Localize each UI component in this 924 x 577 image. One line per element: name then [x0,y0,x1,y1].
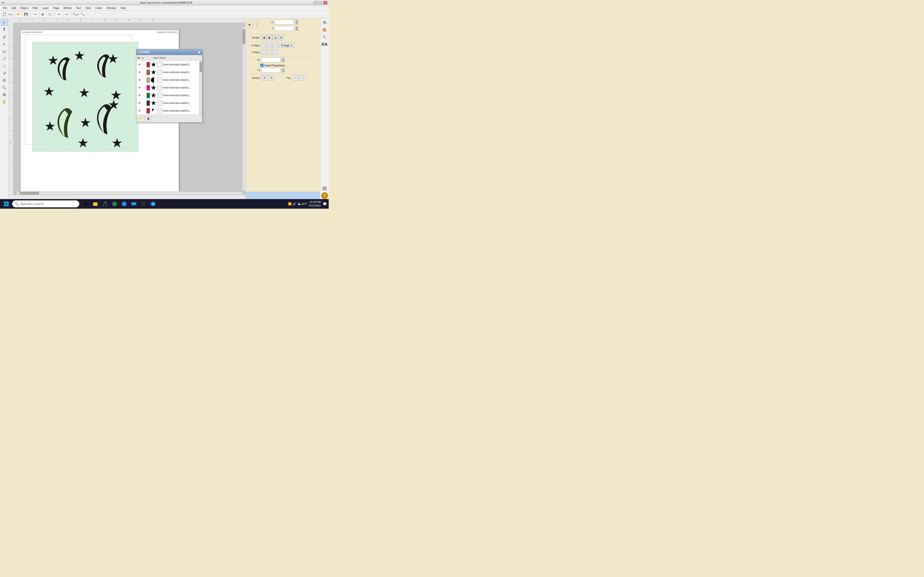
menu-file[interactable]: File [1,6,9,10]
layer-eye-6[interactable]: 👁 [137,109,142,113]
layer-row-5[interactable]: 👁 · 📄 moon-and-stars-clipart1.j [136,99,202,107]
flip-h-button[interactable]: ↔ [292,75,299,81]
canvas-hscroll-thumb[interactable] [20,192,39,195]
y-input[interactable] [275,26,294,31]
maximize-button[interactable]: □ [318,1,322,4]
knife-tool-button[interactable] [1,70,8,76]
menu-view[interactable]: View [83,6,93,10]
layers-add-button[interactable]: 📁 [138,116,144,121]
nudge-right-button[interactable]: ▶ [267,35,272,40]
settings-icon-button[interactable]: 🔧 [321,34,328,40]
layer-lock-6[interactable]: · [142,109,146,113]
layers-panel-scroll-thumb[interactable] [200,62,202,72]
layers-view-button[interactable] [1,91,8,98]
layer-row-6[interactable]: 👁 · 📄 moon-and-stars-clipart1.j [136,107,202,115]
weld-tool-button[interactable] [1,77,8,84]
width-input[interactable] [261,58,281,62]
nudge-down-button[interactable]: ▼ [279,35,284,40]
layer-color-3[interactable] [147,85,150,90]
layer-eye-1[interactable]: 👁 [137,70,142,74]
line-tool-button[interactable] [1,55,8,62]
layers-panel-icon-button[interactable] [321,185,328,192]
notification-icon[interactable]: 💬 [323,202,327,206]
menu-cutter[interactable]: Cutter [94,6,105,10]
mail-button[interactable] [130,200,137,208]
select-tool-button[interactable]: ↖ [1,19,8,26]
width-spin-down[interactable]: ▼ [281,60,285,62]
y-spin-down[interactable]: ▼ [295,28,298,31]
canvas-vertical-scrollbar[interactable] [242,27,246,190]
pen-tool-button[interactable] [1,34,8,40]
layer-lock-1[interactable]: · [142,70,146,74]
layer-eye-5[interactable]: 👁 [137,101,142,105]
x-spin-down[interactable]: ▼ [295,22,298,24]
layer-lock-0[interactable]: · [142,63,146,67]
x-spin-up[interactable]: ▲ [295,20,298,22]
nudge-up-button[interactable]: ▲ [273,35,278,40]
layers-panel-scrollbar[interactable] [199,61,202,115]
keep-proportions-checkbox[interactable] [260,64,263,67]
layer-row-2[interactable]: 👁 · 📄 moon-and-stars-clipart1.j [136,76,202,84]
layers-lock-header[interactable]: 🔒 [141,56,144,59]
font-icon-button[interactable]: AA [321,41,328,48]
start-button[interactable] [2,200,11,208]
canvas-horizontal-scrollbar[interactable] [17,191,242,195]
layer-eye-2[interactable]: 👁 [137,78,142,82]
task-view-button[interactable]: ⧉ [82,200,89,208]
minimize-button[interactable]: — [314,1,318,4]
security-button[interactable]: 🛡 [140,200,147,208]
layer-lock-5[interactable]: · [142,101,146,105]
layer-eye-3[interactable]: 👁 [137,85,142,90]
v-align-middle-button[interactable]: ⬜ [267,50,272,55]
undo-button[interactable]: ↩ [56,11,62,18]
h-align-center-button[interactable]: ⬜ [267,43,272,48]
color-icon-button[interactable]: 🎨 [321,26,328,33]
nudge-left-button[interactable]: ◀ [261,35,267,40]
layer-row-4[interactable]: 👁 · 📄 moon-and-stars-clipart1.j [136,92,202,99]
layers-eye-header[interactable]: 👁 [137,56,140,60]
h-align-right-button[interactable]: ⬜ [273,43,278,48]
layer-color-5[interactable] [147,100,150,106]
zoom-tool-button[interactable]: 🔍 [1,84,8,91]
apps-grid-button[interactable] [111,200,118,208]
layer-lock-4[interactable]: · [142,93,146,98]
shape-tool-button[interactable]: □ [1,63,8,69]
layer-lock-3[interactable]: · [142,85,146,90]
menu-object[interactable]: Object [19,6,30,10]
layer-color-2[interactable] [147,77,150,83]
cut-button[interactable]: ✂ [32,11,39,18]
menu-effects[interactable]: Effects [61,6,73,10]
design-canvas[interactable] [32,42,138,152]
workspace[interactable]: Graphtec/CraftROBO Graphtec/CraftROBO Gr… [13,23,246,195]
edge-browser-button[interactable] [149,200,157,208]
layer-row-3[interactable]: 👁 · 📄 moon-and-stars-clipart1.j [136,84,202,92]
layers-scroll-area[interactable]: 👁 · 📄 moon-and-stars-clipart1.j 👁 · [136,61,202,115]
spotify-button[interactable]: 🎵 [101,200,109,208]
height-input[interactable] [261,68,281,73]
zoom-in-button[interactable]: 🔍+ [73,11,79,18]
x-input[interactable] [275,20,294,24]
canvas-vscroll-thumb[interactable] [242,29,245,44]
layer-color-0[interactable] [147,62,150,67]
height-spin-up[interactable]: ▲ [281,68,285,70]
layer-row-1[interactable]: 👁 · 📄 moon-and-stars-clipart1.j [136,69,202,76]
h-align-left-button[interactable]: ⬜ [261,43,267,48]
pan-tool-button[interactable]: ✋ [1,98,8,105]
open-button[interactable]: 📂 [16,11,22,18]
pencil-tool-button[interactable]: ✏ [1,41,8,48]
taskbar-search-box[interactable]: 🔍 Type here to search [12,200,79,208]
v-align-top-button[interactable]: ⬜ [261,50,267,55]
menu-help[interactable]: Help [119,6,128,10]
layer-color-4[interactable] [147,93,150,98]
menu-path[interactable]: Path [31,6,40,10]
y-spin-up[interactable]: ▲ [295,26,298,28]
flip-v-button[interactable]: ↕ [300,75,306,81]
new-button[interactable] [2,11,8,18]
apps-grid-2-button[interactable] [120,200,128,208]
paste-button[interactable]: 📋 [47,11,53,18]
zoom-out-button[interactable]: 🔍- [80,11,86,18]
redo-button[interactable]: ↪ [63,11,69,18]
height-spin-down[interactable]: ▼ [281,70,285,73]
menu-edit[interactable]: Edit [10,6,18,10]
clock-display[interactable]: 10:28 AM 2/21/2022 [309,200,321,208]
